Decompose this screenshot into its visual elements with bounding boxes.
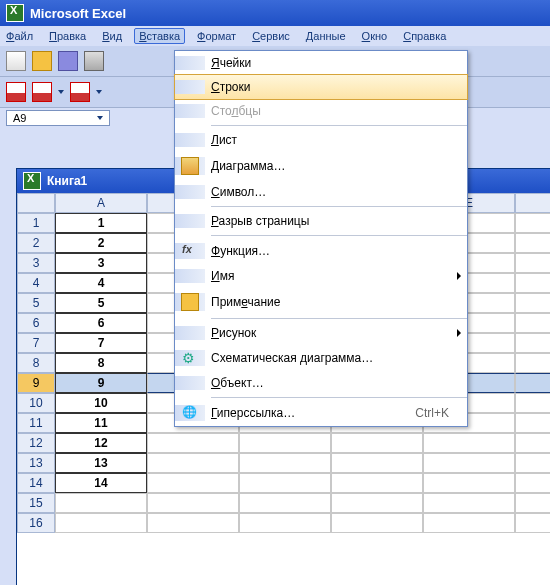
cell[interactable] — [423, 513, 515, 533]
cell[interactable] — [147, 513, 239, 533]
row-header[interactable]: 13 — [17, 453, 55, 473]
menu-item-схематическаядиаграмма[interactable]: ⚙Схематическая диаграмма… — [175, 345, 467, 371]
print-icon[interactable] — [84, 51, 104, 71]
cell[interactable] — [515, 433, 550, 453]
pdf-icon-2[interactable] — [32, 82, 52, 102]
menu-item-примечание[interactable]: Примечание — [175, 288, 467, 316]
menu-item-имя[interactable]: Имя — [175, 264, 467, 288]
row-header[interactable]: 10 — [17, 393, 55, 413]
pdf-icon-3[interactable] — [70, 82, 90, 102]
row-header[interactable]: 8 — [17, 353, 55, 373]
dropdown-arrow-icon[interactable] — [96, 90, 102, 94]
row-header[interactable]: 14 — [17, 473, 55, 493]
pdf-icon[interactable] — [6, 82, 26, 102]
menu-правка[interactable]: Правка — [49, 30, 86, 42]
open-icon[interactable] — [32, 51, 52, 71]
cell[interactable] — [239, 493, 331, 513]
cell[interactable] — [515, 393, 550, 413]
cell[interactable]: 10 — [55, 393, 147, 413]
row-header[interactable]: 3 — [17, 253, 55, 273]
cell[interactable] — [515, 453, 550, 473]
cell[interactable] — [515, 353, 550, 373]
menu-item-рисунок[interactable]: Рисунок — [175, 321, 467, 345]
cell[interactable] — [147, 433, 239, 453]
cell[interactable]: 12 — [55, 433, 147, 453]
cell[interactable] — [239, 433, 331, 453]
cell[interactable] — [423, 453, 515, 473]
cell[interactable] — [239, 473, 331, 493]
cell[interactable] — [55, 513, 147, 533]
menu-item-символ[interactable]: Символ… — [175, 180, 467, 204]
cell[interactable] — [147, 493, 239, 513]
cell[interactable] — [515, 253, 550, 273]
row-header[interactable]: 6 — [17, 313, 55, 333]
cell[interactable] — [423, 473, 515, 493]
dropdown-arrow-icon[interactable] — [58, 90, 64, 94]
cell[interactable]: 1 — [55, 213, 147, 233]
cell[interactable] — [515, 473, 550, 493]
menu-сервис[interactable]: Сервис — [252, 30, 290, 42]
cell[interactable] — [515, 273, 550, 293]
cell[interactable]: 2 — [55, 233, 147, 253]
row-header[interactable]: 1 — [17, 213, 55, 233]
cell[interactable] — [239, 453, 331, 473]
cell[interactable] — [147, 473, 239, 493]
save-icon[interactable] — [58, 51, 78, 71]
dropdown-arrow-icon[interactable] — [97, 116, 103, 120]
row-header[interactable]: 5 — [17, 293, 55, 313]
cell[interactable] — [423, 493, 515, 513]
row-header[interactable]: 2 — [17, 233, 55, 253]
cell[interactable]: 3 — [55, 253, 147, 273]
cell[interactable] — [331, 433, 423, 453]
menu-item-объект[interactable]: Объект… — [175, 371, 467, 395]
name-box[interactable]: A9 — [6, 110, 110, 126]
menu-item-гиперссылка[interactable]: 🌐Гиперссылка…Ctrl+K — [175, 400, 467, 426]
menu-окно[interactable]: Окно — [362, 30, 388, 42]
new-icon[interactable] — [6, 51, 26, 71]
menu-item-лист[interactable]: Лист — [175, 128, 467, 152]
menu-item-разрывстраницы[interactable]: Разрыв страницы — [175, 209, 467, 233]
cell[interactable]: 8 — [55, 353, 147, 373]
cell[interactable] — [55, 493, 147, 513]
row-header[interactable]: 12 — [17, 433, 55, 453]
menu-item-ячейки[interactable]: Ячейки — [175, 51, 467, 75]
column-header[interactable]: F — [515, 193, 550, 213]
menu-данные[interactable]: Данные — [306, 30, 346, 42]
cell[interactable] — [515, 413, 550, 433]
menu-item-строки[interactable]: Строки — [174, 74, 468, 100]
row-header[interactable]: 9 — [17, 373, 55, 393]
cell[interactable] — [515, 493, 550, 513]
cell[interactable]: 13 — [55, 453, 147, 473]
row-header[interactable]: 7 — [17, 333, 55, 353]
cell[interactable]: 7 — [55, 333, 147, 353]
row-header[interactable]: 15 — [17, 493, 55, 513]
cell[interactable] — [423, 433, 515, 453]
cell[interactable]: 14 — [55, 473, 147, 493]
cell[interactable] — [147, 453, 239, 473]
cell[interactable] — [331, 513, 423, 533]
cell[interactable] — [331, 453, 423, 473]
cell[interactable]: 6 — [55, 313, 147, 333]
cell[interactable] — [239, 513, 331, 533]
row-header[interactable]: 16 — [17, 513, 55, 533]
cell[interactable] — [331, 473, 423, 493]
cell[interactable] — [515, 233, 550, 253]
cell[interactable] — [331, 493, 423, 513]
select-all-corner[interactable] — [17, 193, 55, 213]
cell[interactable]: 9 — [55, 373, 147, 393]
cell[interactable] — [515, 373, 550, 393]
cell[interactable] — [515, 513, 550, 533]
menu-файл[interactable]: Файл — [6, 30, 33, 42]
cell[interactable] — [515, 313, 550, 333]
cell[interactable]: 4 — [55, 273, 147, 293]
column-header[interactable]: A — [55, 193, 147, 213]
menu-вид[interactable]: Вид — [102, 30, 122, 42]
menu-вставка[interactable]: Вставка — [134, 28, 185, 44]
menu-item-диаграмма[interactable]: Диаграмма… — [175, 152, 467, 180]
row-header[interactable]: 4 — [17, 273, 55, 293]
row-header[interactable]: 11 — [17, 413, 55, 433]
cell[interactable] — [515, 333, 550, 353]
cell[interactable] — [515, 293, 550, 313]
cell[interactable]: 11 — [55, 413, 147, 433]
cell[interactable]: 5 — [55, 293, 147, 313]
